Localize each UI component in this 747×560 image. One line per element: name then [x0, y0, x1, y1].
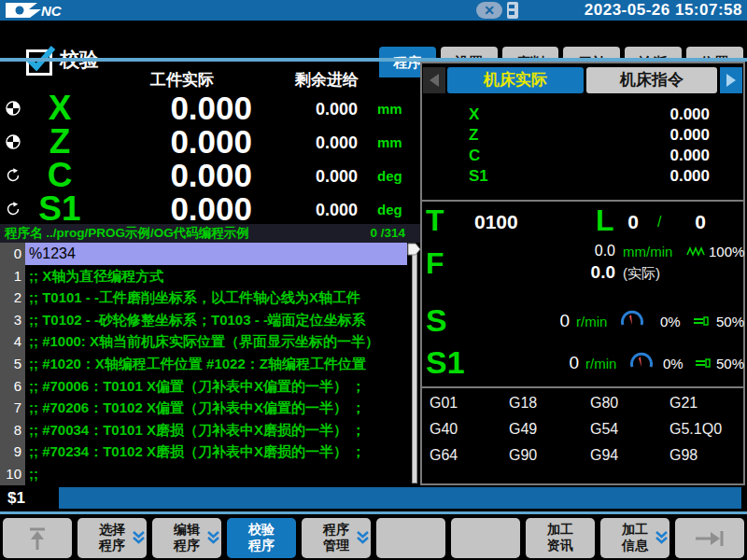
scrollbar[interactable] — [407, 243, 420, 485]
right-arrow-icon — [725, 73, 738, 88]
axis-row-s1: S1 0.000 0.000 deg — [0, 192, 420, 226]
next-icon — [694, 527, 726, 550]
tool-value: 0100 — [474, 211, 518, 233]
code-line[interactable]: 7;; #70206：T0102 X偏置（刀补表中X偏置的一半） ； — [0, 397, 407, 419]
code-line[interactable]: 10;; — [0, 463, 407, 485]
code-line[interactable]: 9;; #70234：T0102 X磨损（刀补表中X磨损的一半） ； — [0, 441, 407, 463]
chevron-double-down-icon — [655, 530, 668, 545]
length-current: 0 — [622, 211, 644, 233]
spindle-gauge-icon — [620, 309, 644, 328]
softkey-program-manage[interactable]: 程序管理 — [302, 518, 371, 558]
prev-tab-button[interactable] — [423, 67, 445, 93]
gcode: G5.1Q0 — [669, 418, 744, 441]
code-line[interactable]: 4;; #1000: X轴当前机床实际位置（界面显示坐标的一半） — [0, 330, 407, 353]
separator-line — [0, 511, 747, 514]
axis-value: 0.000 — [571, 125, 710, 146]
program-line-counter: 0 /314 — [370, 224, 405, 243]
axis-unit: mm — [377, 91, 402, 127]
code-line[interactable]: 8;; #70034：T0101 X磨损（刀补表中X磨损的一半） ； — [0, 419, 407, 441]
axis-name: C — [469, 146, 480, 166]
scrollbar-track[interactable] — [412, 254, 417, 483]
spindle-load-icon — [695, 357, 713, 369]
axis-row-x: X 0.000 0.000 mm — [0, 91, 420, 125]
length-total: 0 — [689, 211, 712, 233]
machine-axis-row: C 0.000 — [422, 146, 743, 166]
axis-unit: deg — [377, 159, 402, 194]
axis-name: X — [26, 91, 93, 125]
machine-tabs: 机床实际 机床指令 — [422, 67, 743, 93]
softkey-top-button[interactable] — [3, 518, 72, 558]
axis-name: Z — [26, 125, 93, 159]
code-line[interactable]: 2;; T0101 - -工件磨削坐标系，以工件轴心线为X轴工件 — [0, 287, 407, 309]
gcode: G40 — [430, 418, 504, 441]
softkey-empty[interactable] — [376, 518, 445, 558]
program-name-bar: 程序名 ../prog/PROG示例/OG代码编程示例 0 /314 — [0, 224, 420, 243]
spindle-unit: r/min — [585, 356, 616, 371]
code-line[interactable]: 5;; #1020：X轴编程工件位置 #1022：Z轴编程工件位置 — [0, 353, 407, 375]
spindle-load: 0% — [660, 314, 681, 329]
code-line[interactable]: 0%1234 — [0, 243, 407, 265]
spindle-speed: 0 — [525, 353, 579, 373]
gcode: G49 — [509, 418, 584, 441]
axis-name: X — [469, 105, 479, 125]
axis-actual-value: 0.000 — [93, 91, 252, 125]
machine-axis-row: S1 0.000 — [422, 166, 743, 187]
feed-actual: 0.0 — [543, 262, 615, 283]
close-icon[interactable]: ✕ — [476, 2, 502, 19]
gcode: G21 — [669, 392, 744, 414]
command-prompt: $1 — [7, 489, 25, 508]
program-listing: 0%1234 1;; X轴为直径编程方式 2;; T0101 - -工件磨削坐标… — [0, 243, 420, 485]
softkey-machining-data[interactable]: 加工资讯 — [526, 518, 595, 558]
axis-unit: mm — [377, 125, 402, 161]
machine-axis-row: Z 0.000 — [422, 125, 743, 146]
spindle-override: 50% — [716, 314, 744, 329]
storage-icon — [507, 2, 518, 19]
softkey-empty[interactable] — [451, 518, 520, 558]
spindle-label: S1 — [426, 343, 465, 382]
code-line[interactable]: 3;; T0102 - -砂轮修整坐标系；T0103 - -端面定位坐标系 — [0, 309, 407, 331]
rotate-icon — [6, 168, 21, 183]
check-icon — [26, 49, 52, 76]
code-line[interactable]: 6;; #70006：T0101 X偏置（刀补表中X偏置的一半） ； — [0, 375, 407, 398]
spindle-label: S — [426, 301, 447, 340]
title-bar: 校验 程序 设置 磨削 刀补 诊断 位置 — [0, 21, 747, 58]
gcode: G94 — [590, 444, 665, 467]
scrollbar-thumb-flag[interactable] — [407, 243, 421, 256]
col-header-remaining: 剩余进给 — [271, 69, 383, 90]
tab-machine-command[interactable]: 机床指令 — [586, 67, 717, 93]
brand-logo: NC — [4, 1, 97, 20]
feed-override: 100% — [709, 244, 744, 259]
command-input[interactable] — [59, 487, 741, 509]
softkey-bar: 选择程序 编辑程序 校验程序 程序管理 加工资讯 — [0, 516, 747, 560]
up-icon — [25, 525, 49, 552]
gcode: G01 — [430, 392, 504, 414]
spindle-gauge-icon — [629, 351, 654, 370]
code-line[interactable]: 1;; X轴为直径编程方式 — [0, 265, 407, 287]
machine-axis-row: X 0.000 — [422, 105, 743, 125]
axis-value: 0.000 — [571, 166, 710, 187]
machine-panel: 机床实际 机床指令 X 0.000 Z 0.000 C 0.000 S1 0.0… — [420, 62, 745, 485]
softkey-next-page[interactable] — [675, 518, 744, 558]
datetime: 2023-05-26 15:07:58 — [585, 0, 742, 21]
axis-actual-value: 0.000 — [93, 192, 252, 226]
softkey-verify-program[interactable]: 校验程序 — [227, 518, 296, 558]
softkey-select-program[interactable]: 选择程序 — [78, 518, 147, 558]
gcode: G90 — [509, 444, 584, 467]
axis-value: 0.000 — [571, 146, 710, 166]
col-header-actual: 工件实际 — [112, 69, 252, 90]
spindle-speed: 0 — [515, 311, 570, 331]
axis-name: C — [26, 159, 93, 192]
axis-row-c: C 0.000 0.000 deg — [0, 159, 420, 192]
length-label: L — [596, 203, 614, 237]
axis-actual-value: 0.000 — [93, 159, 252, 192]
softkey-machining-info[interactable]: 加工信息 — [600, 518, 669, 558]
softkey-edit-program[interactable]: 编辑程序 — [152, 518, 221, 558]
gcode: G54 — [590, 418, 665, 441]
spindle-load-icon — [693, 315, 712, 327]
svg-text:NC: NC — [41, 3, 63, 19]
feed-command: 0.0 — [543, 243, 615, 259]
next-tab-button[interactable] — [720, 67, 742, 93]
tab-machine-actual[interactable]: 机床实际 — [447, 67, 584, 93]
axis-unit: deg — [377, 192, 402, 228]
spindle-load: 0% — [663, 356, 684, 371]
